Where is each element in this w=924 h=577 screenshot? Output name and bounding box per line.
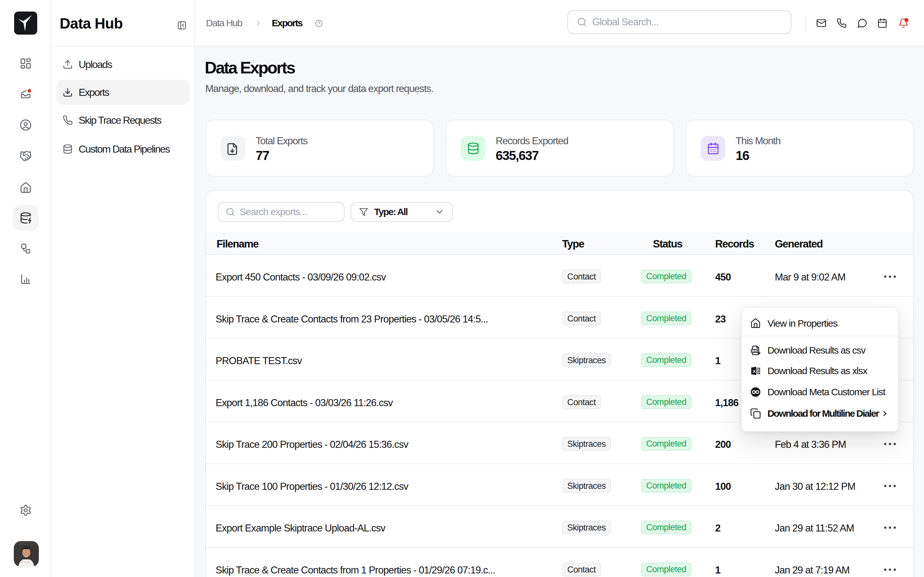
- svg-text:X: X: [753, 369, 756, 374]
- svg-text:CSV: CSV: [752, 350, 757, 353]
